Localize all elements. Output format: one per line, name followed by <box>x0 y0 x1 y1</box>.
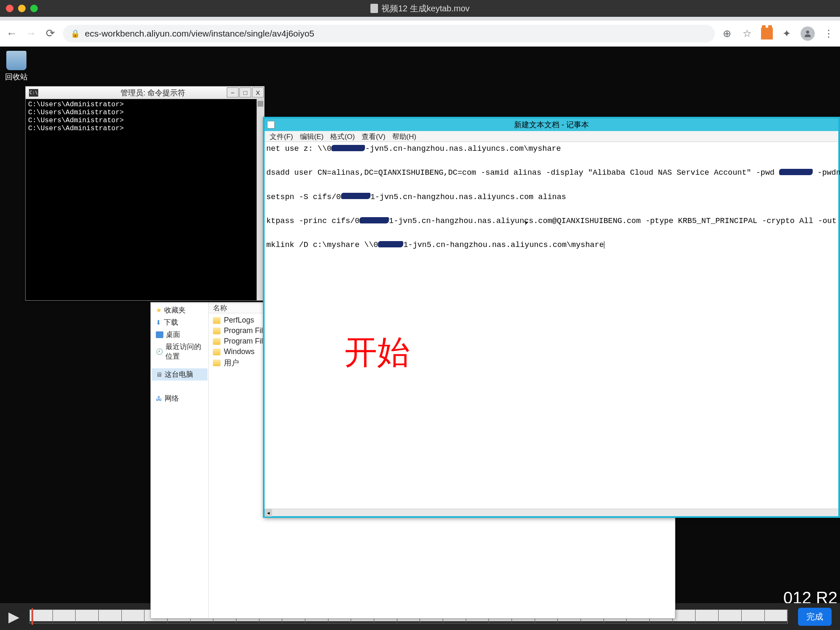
reload-button[interactable]: ⟳ <box>44 27 57 40</box>
desktop-icon <box>156 331 163 338</box>
scrollbar-thumb[interactable] <box>257 101 263 107</box>
maximize-button[interactable]: □ <box>239 87 251 97</box>
network-icon: 🖧 <box>156 395 162 402</box>
recent-icon: 🕘 <box>156 348 163 355</box>
cmd-prompt-line: C:\Users\Administrator> <box>28 125 262 133</box>
timeline-frame[interactable] <box>719 610 742 623</box>
notepad-title-text: 新建文本文档 - 记事本 <box>514 120 589 130</box>
timeline-frame[interactable] <box>696 610 719 623</box>
extensions-icon[interactable]: ✦ <box>780 27 793 40</box>
mac-titlebar: 视频12 生成keytab.mov <box>0 0 840 17</box>
folder-icon <box>213 328 220 334</box>
cmd-app-icon: C:\ <box>29 89 38 97</box>
menu-file[interactable]: 文件(F) <box>266 131 297 142</box>
forward-button[interactable]: → <box>24 27 38 40</box>
folder-icon <box>213 349 220 355</box>
redacted-text <box>341 193 370 199</box>
metamask-extension-icon[interactable] <box>761 28 773 39</box>
folder-icon <box>213 338 220 345</box>
text-cursor <box>604 241 604 249</box>
mac-window-title: 视频12 生成keytab.mov <box>370 3 470 14</box>
explorer-nav-pane[interactable]: ★收藏夹 ⬇下载 桌面 🕘最近访问的位置 🖥这台电脑 🖧网络 <box>151 302 209 618</box>
chrome-tab-strip[interactable] <box>0 17 840 21</box>
cmd-prompt-line: C:\Users\Administrator> <box>28 117 262 125</box>
profile-avatar[interactable] <box>801 26 815 41</box>
svg-point-0 <box>806 30 809 33</box>
overlay-annotation: 开始 <box>344 327 410 378</box>
notepad-app-icon <box>267 121 275 129</box>
horizontal-scrollbar[interactable]: ◂ <box>265 509 838 516</box>
redacted-text <box>779 169 813 175</box>
notepad-editor[interactable]: net use z: \\0-jvn5.cn-hangzhou.nas.aliy… <box>265 142 838 509</box>
download-icon: ⬇ <box>156 319 161 326</box>
done-button[interactable]: 完成 <box>798 608 832 626</box>
lock-icon: 🔒 <box>71 29 80 38</box>
minimize-button[interactable]: − <box>227 87 239 97</box>
redacted-text <box>360 217 389 223</box>
address-bar[interactable]: 🔒 ecs-workbench.aliyun.com/view/instance… <box>63 25 715 42</box>
cmd-prompt-line: C:\Users\Administrator> <box>28 101 262 109</box>
menu-edit[interactable]: 编辑(E) <box>297 131 327 142</box>
maximize-window-button[interactable] <box>30 5 38 12</box>
timeline-frame[interactable] <box>673 610 696 623</box>
timeline-frame[interactable] <box>99 610 122 623</box>
nav-this-pc[interactable]: 🖥这台电脑 <box>152 368 207 381</box>
recycle-bin-icon <box>6 51 26 70</box>
nav-network[interactable]: 🖧网络 <box>152 392 207 404</box>
person-icon <box>803 29 812 38</box>
remote-desktop-viewport: 回收站 ★收藏夹 ⬇下载 桌面 🕘最近访问的位置 🖥这台电脑 🖧网络 名称 Pe… <box>0 47 840 630</box>
cmd-window[interactable]: C:\ 管理员: 命令提示符 − □ X C:\Users\Administra… <box>25 86 265 301</box>
nav-downloads[interactable]: ⬇下载 <box>152 316 207 328</box>
play-button[interactable]: ▶ <box>8 608 19 625</box>
folder-icon <box>213 317 220 324</box>
pc-icon: 🖥 <box>156 371 162 378</box>
nav-recent[interactable]: 🕘最近访问的位置 <box>152 341 207 362</box>
recycle-bin-label: 回收站 <box>5 72 28 82</box>
menu-help[interactable]: 帮助(H) <box>389 131 420 142</box>
minimize-window-button[interactable] <box>18 5 26 12</box>
chrome-menu-icon[interactable]: ⋮ <box>822 27 835 40</box>
notepad-titlebar[interactable]: 新建文本文档 - 记事本 <box>265 118 838 131</box>
menu-format[interactable]: 格式(O) <box>327 131 358 142</box>
url-text: ecs-workbench.aliyun.com/view/instance/s… <box>85 29 314 39</box>
timeline-frame[interactable] <box>765 610 788 623</box>
redacted-text <box>378 241 403 247</box>
notepad-menubar: 文件(F) 编辑(E) 格式(O) 查看(V) 帮助(H) <box>265 131 838 142</box>
bookmark-star-icon[interactable]: ☆ <box>741 27 753 40</box>
timeline-frame[interactable] <box>742 610 765 623</box>
scroll-left-arrow[interactable]: ◂ <box>265 509 272 517</box>
nav-favorites[interactable]: ★收藏夹 <box>152 304 207 316</box>
back-button[interactable]: ← <box>5 27 18 40</box>
nav-desktop[interactable]: 桌面 <box>152 328 207 341</box>
cmd-prompt-line: C:\Users\Administrator> <box>28 109 262 117</box>
document-icon <box>370 4 378 13</box>
redacted-text <box>331 145 365 151</box>
recycle-bin-shortcut[interactable]: 回收站 <box>5 51 28 82</box>
chrome-toolbar: ← → ⟳ 🔒 ecs-workbench.aliyun.com/view/in… <box>0 21 840 47</box>
close-window-button[interactable] <box>6 5 13 12</box>
close-button[interactable]: X <box>252 87 264 97</box>
timeline-frame[interactable] <box>76 610 99 623</box>
cmd-titlebar[interactable]: C:\ 管理员: 命令提示符 − □ X <box>26 87 264 99</box>
notepad-window[interactable]: 新建文本文档 - 记事本 文件(F) 编辑(E) 格式(O) 查看(V) 帮助(… <box>263 117 840 518</box>
timeline-frame[interactable] <box>53 610 76 623</box>
menu-view[interactable]: 查看(V) <box>358 131 389 142</box>
timeline-frame[interactable] <box>122 610 145 623</box>
timeline-frame[interactable] <box>30 610 53 623</box>
cmd-terminal[interactable]: C:\Users\Administrator> C:\Users\Adminis… <box>26 99 264 300</box>
star-icon: ★ <box>156 306 162 314</box>
traffic-lights <box>6 5 38 12</box>
search-icon[interactable]: ⊕ <box>721 27 733 40</box>
playhead-marker[interactable] <box>32 608 33 625</box>
title-text: 视频12 生成keytab.mov <box>381 3 470 14</box>
folder-icon <box>213 360 220 366</box>
